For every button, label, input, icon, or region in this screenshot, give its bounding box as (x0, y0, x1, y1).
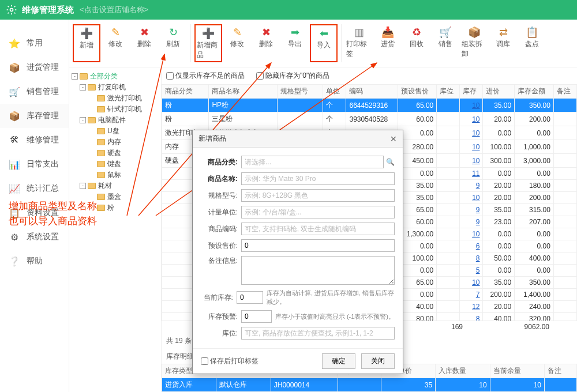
folder-icon (97, 150, 105, 156)
tb-调库[interactable]: ⇄调库 (489, 24, 517, 62)
nav-5[interactable]: 📊日常支出 (0, 152, 69, 176)
tb-刷新[interactable]: ↻刷新 (159, 24, 187, 62)
stock-input[interactable] (237, 291, 263, 304)
stock-link[interactable]: 10 (472, 230, 479, 238)
stock-link[interactable]: 10 (472, 115, 479, 123)
tree-toggle-icon[interactable]: - (72, 73, 78, 80)
tree-item[interactable]: U盘 (72, 126, 159, 137)
close-icon[interactable]: ✕ (390, 134, 397, 144)
stock-link[interactable]: 6 (476, 242, 480, 250)
nav-icon: 📈 (8, 182, 21, 195)
tb-icon: ✎ (230, 25, 244, 39)
stock-link[interactable]: 5 (476, 266, 480, 274)
nav-4[interactable]: 🛠维修管理 (0, 128, 69, 152)
tree-item[interactable]: -耗材 (72, 180, 159, 191)
nav-6[interactable]: 📈统计汇总 (0, 176, 69, 201)
tree-item[interactable]: 激光打印机 (72, 93, 159, 104)
category-tree: -全部分类-打复印机激光打印机针式打印机-电脑配件U盘内存硬盘键盘鼠标-耗材墨盒… (69, 67, 162, 392)
nav-icon: ❔ (8, 255, 21, 267)
warn-input[interactable] (241, 310, 272, 323)
stock-link[interactable]: 10 (472, 194, 479, 202)
stock-link[interactable]: 10 (472, 129, 479, 137)
category-input[interactable] (241, 156, 384, 168)
tb-修改[interactable]: ✎修改 (102, 24, 129, 62)
tb-修改[interactable]: ✎修改 (223, 24, 251, 62)
filter-low-stock[interactable]: 仅显示库存不足的商品 (166, 71, 245, 81)
stock-link[interactable]: 9 (476, 206, 480, 214)
folder-icon (88, 117, 96, 123)
stock-link[interactable]: 8 (476, 254, 480, 262)
tree-item[interactable]: 鼠标 (72, 169, 159, 180)
tb-导入[interactable]: ⬅导入 (310, 24, 338, 62)
tb-回收[interactable]: ♻回收 (403, 24, 430, 62)
gear-icon (6, 4, 17, 16)
stock-link[interactable]: 10 (472, 101, 479, 110)
tb-进货[interactable]: 📥进货 (374, 24, 402, 62)
filter-row: 仅显示库存不足的商品 隐藏库存为"0"的商品 (162, 67, 577, 84)
tree-item[interactable]: 内存 (72, 137, 159, 148)
price-input[interactable] (241, 239, 395, 252)
tree-item[interactable]: -电脑配件 (72, 115, 159, 126)
table-row[interactable]: 粉三星粉个393054052860.001020.00200.00 (162, 112, 577, 126)
app-title: 维修管理系统 (22, 5, 74, 16)
unit-input[interactable] (241, 206, 395, 218)
save-print-checkbox[interactable]: 保存后打印标签 (201, 356, 258, 366)
shop-name[interactable]: <点击设置店铺名称> (80, 5, 148, 15)
name-input[interactable] (241, 172, 395, 185)
stock-link[interactable]: 7 (476, 291, 480, 299)
tree-item[interactable]: 键盘 (72, 159, 159, 169)
tree-item[interactable]: 硬盘 (72, 148, 159, 159)
tb-盘点[interactable]: 📋盘点 (518, 24, 546, 62)
tb-新增商品[interactable]: ➕新增商品 (194, 24, 222, 62)
stock-link[interactable]: 8 (476, 315, 480, 321)
detail-row[interactable]: 进货入库默认仓库JH0000014351010 (162, 378, 577, 392)
stock-link[interactable]: 11 (472, 169, 479, 178)
tb-组装拆卸[interactable]: 📦组装拆卸 (460, 24, 488, 62)
ok-button[interactable]: 确定 (322, 353, 355, 369)
stock-link[interactable]: 12 (472, 303, 479, 311)
tb-销售[interactable]: 🛒销售 (432, 24, 459, 62)
nav-9[interactable]: ❔帮助 (0, 249, 69, 273)
stock-link[interactable]: 9 (476, 218, 480, 226)
stock-link[interactable]: 10 (472, 143, 479, 151)
nav-1[interactable]: 📦进货管理 (0, 55, 69, 80)
tb-icon: 📥 (381, 25, 395, 39)
folder-icon (80, 73, 88, 80)
stock-link[interactable]: 10 (472, 157, 479, 165)
tree-toggle-icon[interactable]: - (80, 84, 86, 91)
filter-hide-zero[interactable]: 隐藏库存为"0"的商品 (256, 71, 329, 81)
stock-link[interactable]: 9 (476, 182, 480, 190)
nav-2[interactable]: 🛒销售管理 (0, 80, 69, 104)
nav-icon: 📦 (8, 110, 21, 122)
app-header: 维修管理系统 <点击设置店铺名称> (0, 0, 577, 20)
table-row[interactable]: 粉HP粉个664452931665.001035.00350.00 (162, 99, 577, 112)
folder-icon (97, 161, 105, 167)
tree-toggle-icon[interactable]: - (80, 117, 86, 123)
tb-icon: ♻ (410, 25, 424, 39)
code-input[interactable] (241, 223, 395, 235)
tree-item[interactable]: -全部分类 (72, 71, 159, 82)
search-icon[interactable]: 🔍 (386, 158, 395, 166)
tb-导出[interactable]: ➡导出 (281, 24, 309, 62)
tb-删除[interactable]: ✖删除 (130, 24, 158, 62)
total-amount: 9062.00 (508, 323, 554, 331)
folder-icon (97, 95, 105, 101)
cancel-button[interactable]: 关闭 (361, 353, 395, 369)
tb-删除[interactable]: ✖删除 (252, 24, 280, 62)
nav-8[interactable]: ⚙系统设置 (0, 225, 69, 249)
nav-3[interactable]: 📦库存管理 (0, 104, 69, 128)
tree-toggle-icon[interactable]: - (80, 183, 86, 189)
stock-link[interactable]: 10 (472, 278, 479, 287)
tree-item[interactable]: -打复印机 (72, 82, 159, 93)
remark-input[interactable] (241, 256, 395, 285)
tb-icon: ▥ (352, 25, 366, 39)
location-input[interactable] (241, 327, 395, 340)
tb-新增[interactable]: ➕新增 (73, 24, 100, 62)
nav-0[interactable]: ⭐常用 (0, 31, 69, 55)
nav-icon: 📊 (8, 158, 21, 171)
tb-打印标签[interactable]: ▥打印标签 (345, 24, 373, 62)
tree-item[interactable]: 针式打印机 (72, 104, 159, 115)
dialog-title: 新增商品 (198, 134, 226, 144)
annotation-text: 增加商品类型及名称 也可以导入商品资料 (9, 199, 97, 228)
spec-input[interactable] (241, 189, 395, 202)
